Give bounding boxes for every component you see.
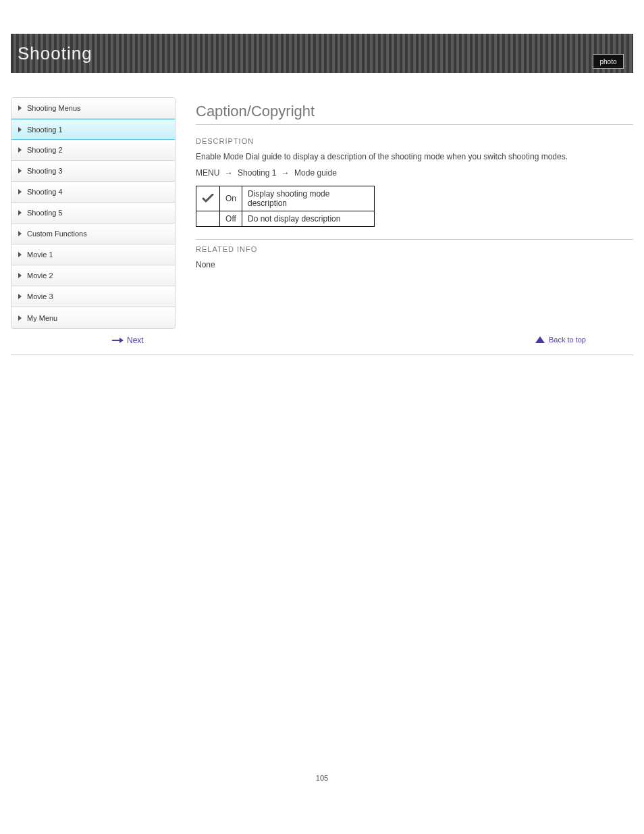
related-text: None <box>196 260 633 269</box>
sidebar-item-label: Custom Functions <box>27 230 87 238</box>
divider <box>196 239 633 240</box>
description-text: Enable Mode Dial guide to display a desc… <box>196 152 633 161</box>
path-seg: Mode guide <box>294 168 337 178</box>
path-seg: Shooting 1 <box>238 168 276 178</box>
sidebar-item-label: Shooting 2 <box>27 146 63 154</box>
value-cell: Off <box>220 211 242 227</box>
check-icon <box>202 194 214 203</box>
nav-row: Next Back to top <box>11 336 633 352</box>
sidebar-item-shooting-3[interactable]: Shooting 3 <box>11 161 175 182</box>
back-to-top-link[interactable]: Back to top <box>535 336 586 344</box>
check-cell <box>196 186 220 211</box>
sidebar-item-shooting-menus[interactable]: Shooting Menus <box>11 98 175 119</box>
table-row: Off Do not display description <box>196 211 375 227</box>
arrow-right-icon: → <box>225 168 233 178</box>
triangle-up-icon <box>535 336 545 343</box>
chevron-right-icon <box>18 105 22 111</box>
sidebar-item-my-menu[interactable]: My Menu <box>11 307 175 328</box>
chevron-right-icon <box>18 273 22 278</box>
sidebar-item-label: My Menu <box>27 314 57 322</box>
value-cell: On <box>220 186 242 211</box>
sidebar-item-shooting-2[interactable]: Shooting 2 <box>11 140 175 161</box>
sidebar-item-label: Movie 3 <box>27 292 53 301</box>
next-link[interactable]: Next <box>112 336 144 345</box>
chevron-right-icon <box>18 168 22 174</box>
sidebar-item-label: Shooting 1 <box>27 126 63 134</box>
chevron-right-icon <box>18 315 22 321</box>
sidebar: Shooting Menus Shooting 1 Shooting 2 Sho… <box>11 97 176 329</box>
sidebar-item-label: Movie 1 <box>27 251 53 259</box>
chevron-right-icon <box>18 231 22 236</box>
page-number: 105 <box>11 774 633 796</box>
back-to-top-label: Back to top <box>549 336 586 344</box>
path-seg: MENU <box>196 168 219 178</box>
sidebar-item-movie-3[interactable]: Movie 3 <box>11 286 175 307</box>
chevron-right-icon <box>18 294 22 299</box>
arrow-right-icon: → <box>281 168 290 178</box>
sidebar-item-shooting-5[interactable]: Shooting 5 <box>11 203 175 224</box>
header-title: Shooting <box>18 43 92 64</box>
chevron-right-icon <box>18 189 22 194</box>
divider <box>11 355 633 355</box>
chevron-right-icon <box>18 127 22 132</box>
main-content: Caption/Copyright DESCRIPTION Enable Mod… <box>176 97 633 276</box>
sidebar-item-label: Shooting 4 <box>27 188 63 196</box>
menu-path: MENU → Shooting 1 → Mode guide <box>196 168 633 178</box>
desc-cell: Display shooting mode description <box>242 186 375 211</box>
sidebar-item-custom-functions[interactable]: Custom Functions <box>11 224 175 244</box>
sidebar-item-shooting-1[interactable]: Shooting 1 <box>11 119 175 140</box>
sidebar-item-label: Movie 2 <box>27 271 53 280</box>
desc-cell: Do not display description <box>242 211 375 227</box>
settings-table: On Display shooting mode description Off… <box>196 186 375 227</box>
sidebar-item-label: Shooting 3 <box>27 167 63 175</box>
chevron-right-icon <box>18 210 22 215</box>
page-title: Caption/Copyright <box>196 103 633 120</box>
sidebar-item-movie-1[interactable]: Movie 1 <box>11 244 175 265</box>
divider <box>196 124 633 125</box>
table-row: On Display shooting mode description <box>196 186 375 211</box>
chevron-right-icon <box>18 147 22 153</box>
sidebar-item-label: Shooting 5 <box>27 209 63 217</box>
sidebar-item-movie-2[interactable]: Movie 2 <box>11 265 175 286</box>
check-cell <box>196 211 220 227</box>
section-label-description: DESCRIPTION <box>196 137 633 145</box>
arrow-right-icon <box>112 340 123 341</box>
next-label: Next <box>127 336 144 345</box>
sidebar-item-label: Shooting Menus <box>27 104 81 112</box>
section-label-related: RELATED INFO <box>196 245 633 253</box>
chevron-right-icon <box>18 252 22 257</box>
header-band: Shooting photo <box>11 34 633 73</box>
sidebar-item-shooting-4[interactable]: Shooting 4 <box>11 182 175 203</box>
header-tab: photo <box>593 54 624 69</box>
